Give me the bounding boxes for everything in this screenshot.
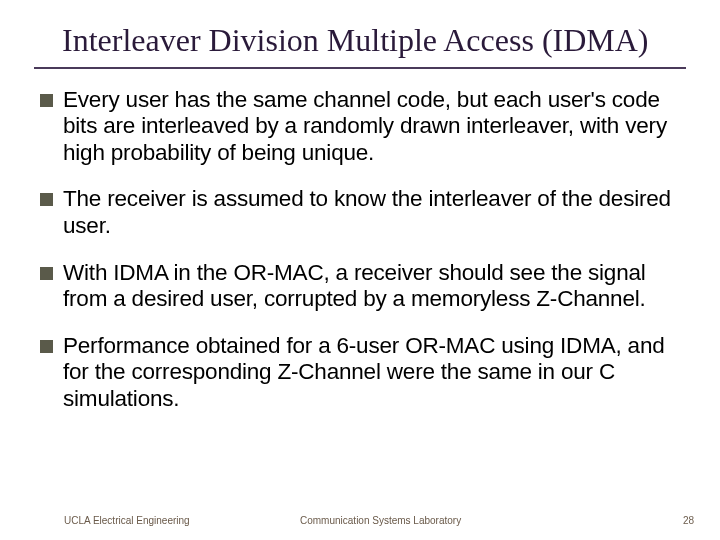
bullet-list: Every user has the same channel code, bu… <box>34 87 686 412</box>
list-item: Every user has the same channel code, bu… <box>40 87 686 167</box>
list-item: With IDMA in the OR-MAC, a receiver shou… <box>40 260 686 313</box>
list-item: The receiver is assumed to know the inte… <box>40 186 686 239</box>
footer-left: UCLA Electrical Engineering <box>64 515 190 526</box>
square-bullet-icon <box>40 340 53 353</box>
square-bullet-icon <box>40 94 53 107</box>
list-item: Performance obtained for a 6-user OR-MAC… <box>40 333 686 413</box>
page-number: 28 <box>683 515 694 526</box>
bullet-text: Performance obtained for a 6-user OR-MAC… <box>63 333 686 413</box>
slide-title: Interleaver Division Multiple Access (ID… <box>34 22 686 69</box>
square-bullet-icon <box>40 193 53 206</box>
square-bullet-icon <box>40 267 53 280</box>
slide: Interleaver Division Multiple Access (ID… <box>0 0 720 540</box>
bullet-text: Every user has the same channel code, bu… <box>63 87 686 167</box>
footer-center: Communication Systems Laboratory <box>300 515 461 526</box>
bullet-text: With IDMA in the OR-MAC, a receiver shou… <box>63 260 686 313</box>
bullet-text: The receiver is assumed to know the inte… <box>63 186 686 239</box>
